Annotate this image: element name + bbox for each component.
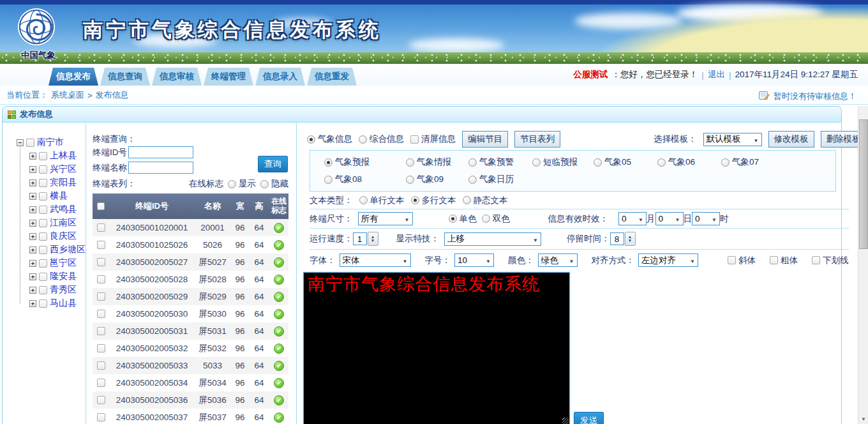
validity-day-select[interactable]: 0 <box>655 212 684 225</box>
category-radio[interactable]: 气象预报 <box>324 156 406 168</box>
radio-icon[interactable] <box>260 180 269 188</box>
checkbox-icon[interactable] <box>410 135 419 144</box>
logout-link[interactable]: 退出 <box>708 69 725 80</box>
radio-icon[interactable] <box>406 176 414 184</box>
tree-node-label[interactable]: 上林县 <box>50 150 77 162</box>
radio-icon[interactable] <box>463 196 471 204</box>
category-radio[interactable]: 短临预报 <box>532 156 594 168</box>
region-checkbox[interactable] <box>39 286 47 294</box>
terminal-name-input[interactable] <box>128 162 193 174</box>
tree-node-label[interactable]: 武鸣县 <box>50 204 77 215</box>
spinner-arrows-icon[interactable] <box>368 232 378 246</box>
tab-info-query[interactable]: 信息查询 <box>100 68 150 86</box>
expand-icon[interactable] <box>29 179 36 186</box>
validity-hour-select[interactable]: 0 <box>692 212 720 225</box>
expand-icon[interactable] <box>29 273 36 280</box>
radio-icon[interactable] <box>411 196 419 204</box>
category-radio[interactable]: 气象情报 <box>406 156 468 168</box>
expand-icon[interactable] <box>29 220 36 227</box>
region-checkbox[interactable] <box>39 246 47 254</box>
radio-icon[interactable] <box>468 158 477 167</box>
category-radio[interactable]: 气象09 <box>406 174 468 185</box>
region-checkbox[interactable] <box>39 273 47 281</box>
italic-checkbox[interactable]: 斜体 <box>728 255 756 266</box>
checkbox-icon[interactable] <box>812 256 820 264</box>
tree-node-label[interactable]: 南宁市 <box>37 137 64 148</box>
tree-node-label[interactable]: 邕宁区 <box>50 257 77 269</box>
row-checkbox[interactable] <box>97 258 105 266</box>
radio-icon[interactable] <box>307 135 315 144</box>
radio-icon[interactable] <box>657 158 666 167</box>
stay-time-spinner[interactable]: 8 <box>610 232 636 246</box>
radio-icon[interactable] <box>324 176 333 184</box>
color-select[interactable]: 绿色 <box>538 254 578 267</box>
row-checkbox[interactable] <box>97 344 105 352</box>
tab-info-audit[interactable]: 信息审核 <box>152 68 202 86</box>
category-radio[interactable]: 气象06 <box>657 156 721 168</box>
send-button[interactable]: 发送 <box>574 412 604 424</box>
row-checkbox[interactable] <box>97 241 105 249</box>
single-line-radio[interactable]: 单行文本 <box>359 195 405 206</box>
expand-icon[interactable] <box>29 260 36 267</box>
tree-node-label[interactable]: 马山县 <box>50 298 77 309</box>
align-select[interactable]: 左边对齐 <box>638 254 698 267</box>
terminal-id-input[interactable] <box>128 146 193 158</box>
region-checkbox[interactable] <box>39 179 47 187</box>
radio-icon[interactable] <box>482 215 490 223</box>
expand-icon[interactable] <box>29 166 36 173</box>
radio-icon[interactable] <box>406 158 414 167</box>
region-checkbox[interactable] <box>39 165 47 174</box>
select-all-checkbox[interactable] <box>97 202 105 210</box>
bold-checkbox[interactable]: 粗体 <box>770 255 798 266</box>
font-select[interactable]: 宋体 <box>340 254 411 267</box>
category-radio[interactable]: 气象07 <box>721 156 835 168</box>
mono-color-radio[interactable]: 单色 <box>449 213 477 225</box>
scrollbar-thumb[interactable] <box>859 119 868 249</box>
region-checkbox[interactable] <box>39 259 47 268</box>
clear-screen-checkbox[interactable]: 清屏信息 <box>410 133 456 145</box>
expand-icon[interactable] <box>29 246 36 254</box>
expand-icon[interactable] <box>29 300 36 307</box>
category-radio[interactable]: 气象日历 <box>468 174 532 185</box>
online-hide-radio[interactable]: 隐藏 <box>260 178 288 190</box>
program-list-button[interactable]: 节目表列 <box>514 131 560 148</box>
radio-icon[interactable] <box>228 180 236 188</box>
expand-icon[interactable] <box>29 287 36 294</box>
search-button[interactable]: 查询 <box>258 156 288 172</box>
row-checkbox[interactable] <box>97 413 105 421</box>
checkbox-icon[interactable] <box>770 256 778 264</box>
region-checkbox[interactable] <box>39 192 47 201</box>
effect-select[interactable]: 上移 <box>444 232 541 246</box>
dual-color-radio[interactable]: 双色 <box>482 213 510 225</box>
multi-line-radio[interactable]: 多行文本 <box>411 195 456 206</box>
terminal-size-select[interactable]: 所有 <box>358 212 413 225</box>
online-show-radio[interactable]: 显示 <box>228 178 256 190</box>
row-checkbox[interactable] <box>97 275 105 284</box>
category-radio[interactable]: 气象08 <box>324 174 406 185</box>
radio-icon[interactable] <box>359 135 367 144</box>
expand-icon[interactable] <box>29 233 36 240</box>
region-checkbox[interactable] <box>39 299 47 308</box>
radio-icon[interactable] <box>468 176 477 184</box>
radio-icon[interactable] <box>721 158 730 167</box>
row-checkbox[interactable] <box>97 396 105 404</box>
tree-node-label[interactable]: 横县 <box>50 190 68 202</box>
static-text-radio[interactable]: 静态文本 <box>463 195 508 206</box>
tab-terminal-manage[interactable]: 终端管理 <box>204 68 253 86</box>
tree-node-label[interactable]: 西乡塘区 <box>50 244 86 255</box>
row-checkbox[interactable] <box>97 379 105 387</box>
row-checkbox[interactable] <box>97 327 105 335</box>
spinner-arrows-icon[interactable] <box>625 232 636 246</box>
category-radio[interactable]: 气象预警 <box>468 156 532 168</box>
row-checkbox[interactable] <box>97 223 105 232</box>
validity-month-select[interactable]: 0 <box>618 212 647 225</box>
checkbox-icon[interactable] <box>728 256 736 264</box>
category-radio[interactable]: 气象05 <box>594 156 657 168</box>
radio-icon[interactable] <box>449 215 457 223</box>
edit-program-button[interactable]: 编辑节目 <box>462 131 508 148</box>
font-size-select[interactable]: 10 <box>454 254 494 267</box>
spinner-value[interactable]: 8 <box>610 232 624 245</box>
row-checkbox[interactable] <box>97 292 105 301</box>
underline-checkbox[interactable]: 下划线 <box>812 255 849 266</box>
resize-handle-icon[interactable] <box>562 418 569 424</box>
